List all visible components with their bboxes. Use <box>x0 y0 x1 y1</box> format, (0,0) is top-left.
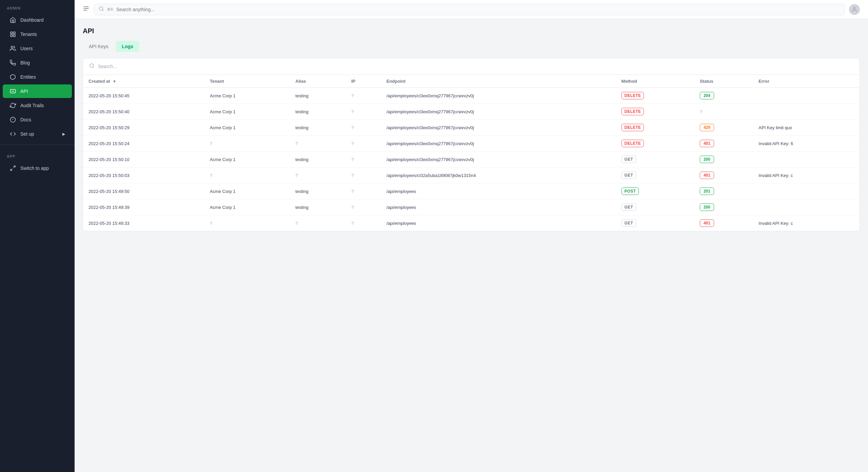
cell-alias: ? <box>290 168 346 183</box>
sidebar-item-docs[interactable]: Docs <box>3 113 72 126</box>
cell-tenant: Acme Corp 1 <box>204 199 290 215</box>
cell-created-at: 2022-05-20 15:50:45 <box>83 88 204 104</box>
audit-icon <box>9 102 16 109</box>
topbar: ⌘K <box>75 0 868 19</box>
sidebar-item-audit-trails[interactable]: Audit Trails <box>3 99 72 112</box>
cell-method: GET <box>616 215 694 231</box>
users-icon <box>9 45 16 52</box>
sidebar-item-api[interactable]: API <box>3 84 72 98</box>
status-badge: 429 <box>700 124 714 131</box>
sidebar-item-label: Dashboard <box>20 17 44 23</box>
cell-endpoint: /api/employees <box>381 215 616 231</box>
sidebar-item-label: Switch to app <box>20 165 49 171</box>
status-badge: 204 <box>700 92 714 99</box>
search-input[interactable] <box>116 7 840 12</box>
cell-error <box>753 88 860 104</box>
cell-ip: ? <box>346 183 381 199</box>
cell-tenant: ? <box>204 136 290 152</box>
cell-ip: ? <box>346 152 381 168</box>
svg-point-5 <box>12 91 13 92</box>
cell-created-at: 2022-05-20 15:50:10 <box>83 152 204 168</box>
avatar[interactable] <box>849 4 860 15</box>
svg-rect-7 <box>11 90 16 93</box>
table-row[interactable]: 2022-05-20 15:50:45 Acme Corp 1 testing … <box>83 88 860 104</box>
table-row[interactable]: 2022-05-20 15:50:29 Acme Corp 1 testing … <box>83 120 860 136</box>
cell-endpoint: /api/employees/cl3ex0xmq277967jccwvvzv0j <box>381 152 616 168</box>
blog-icon <box>9 59 16 66</box>
cell-alias: testing <box>290 120 346 136</box>
status-unknown: ? <box>700 109 702 114</box>
docs-icon <box>9 116 16 123</box>
sidebar-item-label: Audit Trails <box>20 103 44 108</box>
api-icon <box>9 88 16 95</box>
setup-icon <box>9 131 16 137</box>
cell-alias: ? <box>290 136 346 152</box>
table-row[interactable]: 2022-05-20 15:49:33 ? ? ? /api/employees… <box>83 215 860 231</box>
sidebar-item-setup[interactable]: Set up ▶ <box>3 127 72 141</box>
svg-rect-1 <box>14 32 15 34</box>
cell-created-at: 2022-05-20 15:50:40 <box>83 104 204 120</box>
cell-alias: testing <box>290 199 346 215</box>
table-row[interactable]: 2022-05-20 15:50:10 Acme Corp 1 testing … <box>83 152 860 168</box>
cell-error: API Key limit quo <box>753 120 860 136</box>
cell-error <box>753 199 860 215</box>
cell-ip: ? <box>346 136 381 152</box>
col-created-at[interactable]: Created at ▼ <box>83 75 204 88</box>
cell-status: 200 <box>694 152 753 168</box>
menu-icon[interactable] <box>83 5 90 14</box>
method-badge: GET <box>622 203 636 211</box>
sidebar-item-tenants[interactable]: Tenants <box>3 27 72 41</box>
cell-tenant: ? <box>204 168 290 183</box>
svg-line-11 <box>14 166 15 168</box>
col-tenant: Tenant <box>204 75 290 88</box>
table-search-bar[interactable] <box>83 58 860 75</box>
method-badge: DELETE <box>622 108 644 115</box>
search-bar[interactable]: ⌘K <box>94 4 845 15</box>
cell-error: Invalid API Key: c <box>753 168 860 183</box>
cell-tenant: Acme Corp 1 <box>204 120 290 136</box>
entities-icon <box>9 74 16 80</box>
page-title: API <box>83 27 860 35</box>
svg-rect-2 <box>11 35 12 37</box>
cell-ip: ? <box>346 88 381 104</box>
col-alias: Alias <box>290 75 346 88</box>
cell-endpoint: /api/employees/cl3ex0xmq277967jccwvvzv0j <box>381 136 616 152</box>
method-badge: DELETE <box>622 140 644 147</box>
sidebar-item-switch-to-app[interactable]: Switch to app <box>3 161 72 175</box>
cell-tenant: Acme Corp 1 <box>204 88 290 104</box>
cell-endpoint: /api/employees <box>381 183 616 199</box>
switch-icon <box>9 165 16 172</box>
table-row[interactable]: 2022-05-20 15:49:39 Acme Corp 1 testing … <box>83 199 860 215</box>
cell-alias: ? <box>290 215 346 231</box>
sidebar-item-blog[interactable]: Blog <box>3 56 72 70</box>
sidebar-item-label: API <box>20 88 28 94</box>
sidebar-item-label: Users <box>20 46 33 51</box>
col-error: Error <box>753 75 860 88</box>
table-row[interactable]: 2022-05-20 15:50:03 ? ? ? /api/employees… <box>83 168 860 183</box>
svg-point-6 <box>14 91 14 92</box>
table-row[interactable]: 2022-05-20 15:50:40 Acme Corp 1 testing … <box>83 104 860 120</box>
cell-endpoint: /api/employees/cl3ex0xmq277967jccwvvzv0j <box>381 104 616 120</box>
table-search-input[interactable] <box>98 64 853 69</box>
tenants-icon <box>9 31 16 38</box>
sidebar-item-label: Entities <box>20 74 36 80</box>
sidebar-item-users[interactable]: Users <box>3 42 72 55</box>
table-row[interactable]: 2022-05-20 15:49:50 Acme Corp 1 testing … <box>83 183 860 199</box>
tab-logs[interactable]: Logs <box>116 41 139 52</box>
chevron-right-icon: ▶ <box>62 132 65 136</box>
cell-created-at: 2022-05-20 15:50:03 <box>83 168 204 183</box>
status-badge: 401 <box>700 140 714 147</box>
tabs: API Keys Logs <box>83 41 860 52</box>
table-row[interactable]: 2022-05-20 15:50:24 ? ? ? /api/employees… <box>83 136 860 152</box>
cell-tenant: Acme Corp 1 <box>204 104 290 120</box>
sidebar-item-entities[interactable]: Entities <box>3 70 72 84</box>
cell-alias: testing <box>290 104 346 120</box>
sort-icon: ▼ <box>113 79 116 83</box>
main-content: ⌘K API API Keys Logs <box>75 0 868 472</box>
cell-status: 401 <box>694 215 753 231</box>
cell-method: POST <box>616 183 694 199</box>
cell-status: 200 <box>694 199 753 215</box>
tab-api-keys[interactable]: API Keys <box>83 41 115 52</box>
sidebar-item-dashboard[interactable]: Dashboard <box>3 13 72 27</box>
svg-point-19 <box>90 64 94 67</box>
